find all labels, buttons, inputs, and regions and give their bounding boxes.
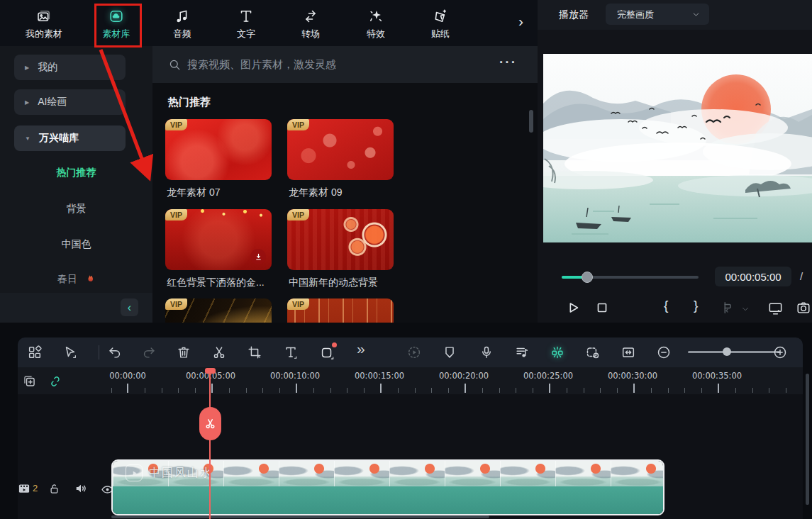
snapshot-camera-button[interactable] <box>796 300 811 316</box>
tab-label: 贴纸 <box>431 28 450 40</box>
ink-painting-frame <box>543 54 812 242</box>
time-separator: / <box>800 270 803 282</box>
ruler-label: 00:00:00 <box>85 371 170 381</box>
undo-icon[interactable] <box>107 345 123 360</box>
toolbar-divider <box>99 345 99 359</box>
tab-audio[interactable]: 音频 <box>152 4 212 44</box>
tab-label: 我的素材 <box>26 28 62 40</box>
timeline-horizontal-scrollbar[interactable] <box>111 515 489 518</box>
material-card-title: 中国新年的动态背景 <box>289 277 378 289</box>
more-options-icon[interactable]: ··· <box>499 55 517 70</box>
quality-dropdown[interactable]: 完整画质 <box>606 4 709 25</box>
smart-scene-split-icon[interactable] <box>550 345 565 360</box>
sidebar-collapse-button[interactable]: ‹ <box>121 298 138 316</box>
sidebar-group-stock-library[interactable]: ▼ 万兴喵库 <box>14 125 126 151</box>
zoom-out-icon[interactable] <box>656 345 672 360</box>
preview-range-eye-icon[interactable] <box>585 345 601 360</box>
media-panel-layout-icon[interactable] <box>27 345 43 360</box>
crop-icon[interactable] <box>247 345 262 360</box>
sidebar-item-hot-recommend[interactable]: 热门推荐 <box>0 167 152 179</box>
clip-audio-section <box>113 486 663 514</box>
tab-media-library[interactable]: 素材库 <box>87 4 146 44</box>
record-voiceover-mic-icon[interactable] <box>479 345 494 360</box>
audio-icon <box>174 8 191 25</box>
fit-timeline-zoom-icon[interactable] <box>621 345 636 360</box>
timeline-vertical-scrollbar[interactable] <box>806 374 809 505</box>
more-tools-chevrons-icon[interactable]: » <box>357 340 372 356</box>
material-card-title: 龙年素材 07 <box>167 186 220 199</box>
clip-name: 中国风山水 <box>149 466 213 481</box>
nav-expand-chevron-icon[interactable]: › <box>518 13 523 30</box>
material-card-thumbnail[interactable]: VIP <box>287 209 394 270</box>
chevron-right-icon: ▶ <box>25 65 29 71</box>
delete-icon[interactable] <box>176 345 191 360</box>
sticker-icon <box>432 8 449 25</box>
redo-icon[interactable] <box>141 345 157 360</box>
sidebar-group-mine[interactable]: ▶ 我的 <box>14 55 126 80</box>
render-preview-icon[interactable] <box>406 345 422 360</box>
mark-shield-icon[interactable] <box>442 345 457 360</box>
sidebar-item-spring[interactable]: 春日 <box>0 273 152 286</box>
text-icon <box>238 8 255 25</box>
sidebar-item-china-color[interactable]: 中国色 <box>0 238 152 251</box>
track-mute-speaker-icon[interactable] <box>74 481 88 496</box>
materials-scrollbar[interactable] <box>529 110 533 133</box>
tab-stickers[interactable]: 贴纸 <box>411 4 470 44</box>
material-card-thumbnail[interactable]: VIP <box>165 298 272 323</box>
add-track-icon[interactable] <box>22 374 37 389</box>
tab-label: 素材库 <box>103 28 130 40</box>
tab-effects[interactable]: 特效 <box>346 4 406 44</box>
add-marker-button[interactable] <box>719 300 735 316</box>
display-device-button[interactable] <box>767 300 784 316</box>
tab-my-media[interactable]: 我的素材 <box>14 4 74 44</box>
ruler-label: 00:00:35:00 <box>674 371 760 381</box>
ruler-major-tick <box>465 384 466 393</box>
mark-out-button[interactable]: } <box>694 298 698 313</box>
stop-button[interactable] <box>594 300 610 316</box>
scissors-icon <box>204 417 217 430</box>
ruler-label: 00:00:20:00 <box>421 371 506 381</box>
ruler-major-tick <box>549 384 550 393</box>
group-label: 我的 <box>38 61 57 74</box>
material-card-title: 龙年素材 09 <box>289 186 342 199</box>
select-tool-icon[interactable] <box>62 345 78 360</box>
playhead-split-button[interactable] <box>199 407 221 440</box>
timeline-zoom-slider[interactable] <box>688 351 780 353</box>
ruler-label: 00:00:25:00 <box>506 371 591 381</box>
search-bar[interactable]: 搜索视频、图片素材，激发灵感 ··· <box>152 46 538 83</box>
search-input[interactable]: 搜索视频、图片素材，激发灵感 <box>187 58 336 72</box>
materials-panel: 搜索视频、图片素材，激发灵感 ··· 热门推荐 VIP VIP 龙年素材 07 … <box>152 46 538 323</box>
timeline-zoom-handle[interactable] <box>723 347 731 356</box>
timeline-clip[interactable]: 中国风山水 <box>111 459 664 515</box>
ruler-major-tick <box>633 384 635 393</box>
material-card-title: 红色背景下洒落的金... <box>167 277 265 289</box>
vip-badge: VIP <box>287 119 309 130</box>
mask-tool[interactable] <box>319 345 335 360</box>
material-card-thumbnail[interactable]: VIP <box>165 119 272 180</box>
link-clips-icon[interactable] <box>48 374 62 389</box>
download-button[interactable] <box>250 249 266 264</box>
tab-text[interactable]: 文字 <box>216 4 276 44</box>
material-card-thumbnail[interactable]: VIP <box>165 209 272 270</box>
current-time-display: 00:00:05:00 <box>715 267 791 286</box>
zoom-in-icon[interactable] <box>772 345 788 360</box>
track-lock-toggle-icon[interactable] <box>48 482 61 496</box>
transition-icon <box>302 8 319 25</box>
split-scissors-icon[interactable] <box>211 345 227 360</box>
video-preview[interactable] <box>543 54 812 242</box>
mark-in-button[interactable]: { <box>664 298 668 313</box>
timeline-ruler[interactable]: 00:00:00 00:00:05:00 00:00:10:00 00:00:1… <box>18 367 803 394</box>
playback-progress-handle[interactable] <box>582 272 593 283</box>
tab-transitions[interactable]: 转场 <box>281 4 340 44</box>
timeline-toolbar: » <box>18 337 803 367</box>
play-button[interactable] <box>565 300 581 316</box>
audio-adjust-list-icon[interactable] <box>514 345 530 360</box>
playhead-handle[interactable] <box>205 368 216 374</box>
sidebar-group-ai-painting[interactable]: ▶ AI绘画 <box>14 89 126 115</box>
tab-label: 特效 <box>367 28 385 40</box>
marker-dropdown-chevron-icon[interactable] <box>740 304 750 314</box>
add-text-icon[interactable] <box>283 345 299 360</box>
material-card-thumbnail[interactable]: VIP <box>287 298 394 323</box>
material-card-thumbnail[interactable]: VIP <box>287 119 394 180</box>
sidebar-item-background[interactable]: 背景 <box>0 203 152 216</box>
